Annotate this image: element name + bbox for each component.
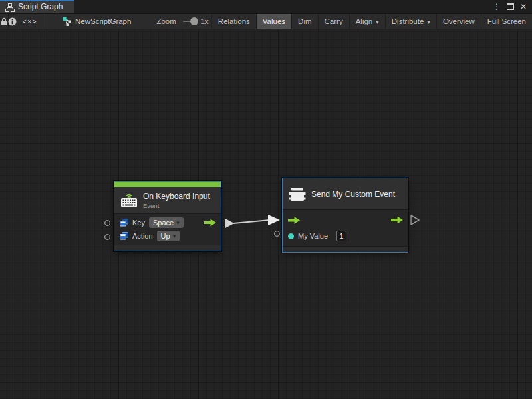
action-dropdown[interactable]: Up ▾ [157, 231, 180, 241]
graph-toolbar: <×> NewScriptGraph Zoom 1x Relations Val… [0, 13, 532, 29]
wire-start-cap[interactable] [225, 219, 234, 228]
chevron-down-icon: ▾ [427, 19, 430, 25]
maximize-icon[interactable] [507, 3, 514, 10]
node-footer [114, 245, 221, 251]
value-input-port-icon[interactable] [288, 233, 294, 239]
port-label: My Value [298, 232, 328, 240]
close-icon[interactable]: ✕ [520, 3, 527, 11]
node-body: My Value 1 [283, 210, 408, 246]
tab-title: Script Graph [18, 2, 63, 11]
input-port-my-value[interactable] [274, 231, 280, 237]
event-accent-bar [114, 182, 221, 187]
graph-hierarchy-icon [5, 3, 15, 12]
info-icon [8, 17, 17, 26]
zoom-label: Zoom [156, 14, 176, 29]
unconnected-output-triangle[interactable] [411, 215, 419, 225]
lock-button[interactable] [0, 14, 8, 29]
port-label: Action [132, 232, 153, 240]
node-subtitle: Event [143, 202, 210, 209]
flow-output-port[interactable] [391, 217, 403, 224]
value-port-icon [120, 232, 128, 240]
keyboard-icon [120, 192, 138, 208]
my-value-input[interactable]: 1 [336, 231, 346, 241]
node-title: Send My Custom Event [311, 190, 395, 199]
align-dropdown-button[interactable]: Align ▾ [349, 14, 385, 29]
connection-layer [0, 29, 532, 399]
port-row-my-value: My Value 1 [283, 228, 408, 244]
value-port-icon [120, 219, 128, 227]
wire-arrowhead-icon[interactable] [268, 215, 280, 225]
values-button[interactable]: Values [256, 14, 291, 29]
graph-canvas[interactable]: On Keyboard Input Event Key Space ▾ [0, 29, 532, 399]
port-row-key: Key Space ▾ [114, 216, 221, 229]
chevron-down-icon: ▾ [176, 219, 180, 226]
port-label: Key [132, 219, 145, 227]
chevron-down-icon: ▾ [173, 233, 176, 239]
window-controls: ⋮ ✕ [493, 0, 532, 13]
relations-button[interactable]: Relations [211, 14, 256, 29]
code-toggle-button[interactable]: <×> [17, 14, 43, 29]
node-header: Send My Custom Event [283, 178, 408, 209]
node-footer [283, 247, 408, 252]
script-graph-window: Script Graph ⋮ ✕ <×> [0, 0, 532, 399]
node-on-keyboard-input[interactable]: On Keyboard Input Event Key Space ▾ [114, 181, 221, 251]
tab-script-graph[interactable]: Script Graph [0, 0, 74, 13]
overview-button[interactable]: Overview [436, 14, 481, 29]
flow-wire[interactable] [233, 220, 270, 223]
carry-button[interactable]: Carry [318, 14, 349, 29]
node-body: Key Space ▾ Action [114, 214, 221, 245]
port-row-action: Action Up ▾ [114, 229, 221, 243]
chevron-down-icon: ▾ [376, 19, 379, 25]
zoom-slider[interactable] [183, 14, 198, 29]
node-header: On Keyboard Input Event [114, 187, 221, 213]
zoom-slider-handle[interactable] [190, 17, 198, 25]
node-title: On Keyboard Input [143, 192, 210, 201]
input-port-action[interactable] [104, 234, 110, 240]
info-button[interactable] [8, 14, 17, 29]
graph-name: NewScriptGraph [75, 17, 131, 25]
toolbar-action-group: Relations Values Dim Carry Align ▾ Distr… [211, 14, 532, 29]
graph-selector-button[interactable]: NewScriptGraph [57, 14, 136, 29]
flow-output-port[interactable] [204, 219, 216, 227]
flow-input-port[interactable] [288, 217, 300, 224]
node-send-my-custom-event[interactable]: Send My Custom Event My Value 1 [282, 178, 408, 253]
tab-bar: Script Graph ⋮ ✕ [0, 0, 532, 13]
distribute-dropdown-button[interactable]: Distribute ▾ [385, 14, 436, 29]
script-graph-icon [63, 17, 72, 26]
fullscreen-button[interactable]: Full Screen [481, 14, 532, 29]
zoom-value: 1x [201, 14, 209, 29]
kebab-menu-icon[interactable]: ⋮ [493, 3, 501, 11]
custom-event-icon [289, 186, 306, 202]
key-dropdown[interactable]: Space ▾ [149, 217, 184, 228]
port-row-flow [283, 212, 408, 228]
input-port-key[interactable] [104, 220, 110, 226]
dim-button[interactable]: Dim [291, 14, 317, 29]
lock-icon [0, 17, 8, 26]
